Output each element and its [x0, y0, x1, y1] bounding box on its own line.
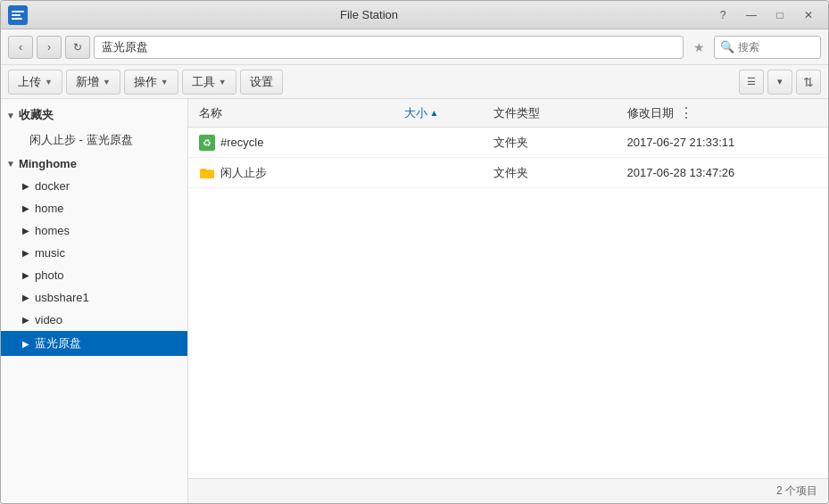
upload-button[interactable]: 上传 ▼: [8, 70, 62, 95]
back-button[interactable]: ‹: [8, 36, 33, 59]
name-column-header[interactable]: 名称: [192, 105, 397, 121]
new-dropdown-arrow: ▼: [103, 78, 111, 87]
favorite-label: 闲人止步 - 蓝光原盘: [29, 132, 133, 148]
forward-button[interactable]: ›: [37, 36, 62, 59]
video-expand-arrow: ▶: [22, 315, 29, 325]
tools-dropdown-arrow: ▼: [219, 78, 227, 87]
addressbar: ‹ › ↻ ★ 🔍: [1, 29, 828, 65]
collections-label: 收藏夹: [19, 107, 54, 123]
type-column-header[interactable]: 文件类型: [486, 105, 620, 121]
search-input[interactable]: [738, 41, 809, 54]
upload-dropdown-arrow: ▼: [45, 78, 53, 87]
minghome-label: Minghome: [19, 157, 77, 170]
tools-label: 工具: [192, 74, 215, 90]
svg-rect-1: [12, 11, 24, 12]
video-label: video: [35, 313, 62, 326]
settings-button[interactable]: 设置: [240, 70, 283, 95]
sidebar-item-photo[interactable]: ▶ photo: [1, 264, 187, 286]
sidebar-item-docker[interactable]: ▶ docker: [1, 175, 187, 197]
table-row[interactable]: 闲人止步 文件夹 2017-06-28 13:47:26: [188, 158, 828, 188]
file-name-cell: ♻ #recycle: [192, 135, 397, 151]
action-label: 操作: [134, 74, 157, 90]
file-station-window: File Station ? — □ ✕ ‹ › ↻ ★ 🔍 上传 ▼ 新增 ▼…: [0, 0, 829, 504]
file-name-cell: 闲人止步: [192, 165, 397, 181]
settings-label: 设置: [250, 74, 273, 90]
file-date-cell: 2017-06-27 21:33:11: [620, 136, 825, 149]
status-info: 2 个项目: [776, 483, 817, 499]
minghome-arrow: ▼: [6, 159, 15, 169]
list-view-button[interactable]: ☰: [739, 70, 764, 95]
homes-expand-arrow: ▶: [22, 226, 29, 235]
titlebar: File Station ? — □ ✕: [1, 1, 828, 29]
sort-button[interactable]: ⇅: [796, 70, 821, 95]
new-label: 新增: [76, 74, 99, 90]
svg-text:♻: ♻: [203, 137, 211, 148]
folder-name: 闲人止步: [220, 165, 267, 181]
minghome-section[interactable]: ▼ Minghome: [1, 153, 187, 175]
sidebar-item-home[interactable]: ▶ home: [1, 197, 187, 219]
sidebar-item-video[interactable]: ▶ video: [1, 309, 187, 331]
titlebar-controls: ? — □ ✕: [710, 3, 821, 28]
new-button[interactable]: 新增 ▼: [66, 70, 120, 95]
column-more-button[interactable]: ⋮: [676, 103, 696, 123]
action-dropdown-arrow: ▼: [161, 78, 169, 87]
statusbar: 2 个项目: [188, 478, 828, 503]
window-title: File Station: [28, 8, 710, 21]
file-area: 名称 大小 ▲ 文件类型 修改日期 ⋮: [188, 99, 828, 503]
help-button[interactable]: ?: [710, 3, 735, 28]
close-button[interactable]: ✕: [796, 3, 821, 28]
home-label: home: [35, 202, 64, 215]
file-list: ♻ #recycle 文件夹 2017-06-27 21:33:11: [188, 128, 828, 478]
sidebar-item-music[interactable]: ▶ music: [1, 242, 187, 264]
search-icon: 🔍: [720, 40, 734, 54]
homes-label: homes: [35, 224, 70, 237]
favorite-item[interactable]: 闲人止步 - 蓝光原盘: [1, 128, 187, 153]
view-options-button[interactable]: ▾: [767, 70, 792, 95]
file-type-cell: 文件夹: [486, 135, 620, 151]
sidebar-item-usbshare1[interactable]: ▶ usbshare1: [1, 286, 187, 309]
bluray-label: 蓝光原盘: [35, 335, 81, 351]
bookmark-button[interactable]: ★: [687, 36, 710, 59]
docker-label: docker: [35, 179, 70, 193]
sidebar: ▼ 收藏夹 闲人止步 - 蓝光原盘 ▼ Minghome ▶ docker ▶ …: [1, 99, 188, 503]
maximize-button[interactable]: □: [767, 3, 792, 28]
docker-expand-arrow: ▶: [22, 181, 29, 191]
date-column-header[interactable]: 修改日期 ⋮: [620, 103, 825, 123]
minimize-button[interactable]: —: [739, 3, 764, 28]
action-button[interactable]: 操作 ▼: [124, 70, 178, 95]
music-expand-arrow: ▶: [22, 248, 29, 258]
file-header: 名称 大小 ▲ 文件类型 修改日期 ⋮: [188, 99, 828, 128]
bluray-expand-arrow: ▶: [22, 339, 29, 349]
home-expand-arrow: ▶: [22, 203, 29, 213]
table-row[interactable]: ♻ #recycle 文件夹 2017-06-27 21:33:11: [188, 128, 828, 158]
collections-arrow: ▼: [6, 111, 15, 120]
file-type-cell: 文件夹: [486, 165, 620, 181]
address-input[interactable]: [94, 36, 684, 59]
main-area: ▼ 收藏夹 闲人止步 - 蓝光原盘 ▼ Minghome ▶ docker ▶ …: [1, 99, 828, 503]
svg-rect-3: [12, 18, 22, 20]
file-date-cell: 2017-06-28 13:47:26: [620, 166, 825, 179]
search-box: 🔍: [714, 36, 821, 59]
recycle-icon: ♻: [199, 135, 215, 151]
usbshare1-expand-arrow: ▶: [22, 293, 29, 302]
toolbar: 上传 ▼ 新增 ▼ 操作 ▼ 工具 ▼ 设置 ☰ ▾ ⇅: [1, 65, 828, 99]
sidebar-item-bluray[interactable]: ▶ 蓝光原盘: [1, 331, 187, 356]
recycle-name: #recycle: [220, 136, 263, 149]
app-logo-icon: [8, 5, 28, 25]
size-column-header[interactable]: 大小 ▲: [397, 105, 486, 121]
photo-label: photo: [35, 269, 64, 282]
collections-section[interactable]: ▼ 收藏夹: [1, 103, 187, 128]
folder-icon: [199, 165, 215, 181]
photo-expand-arrow: ▶: [22, 270, 29, 280]
music-label: music: [35, 246, 65, 260]
tools-button[interactable]: 工具 ▼: [182, 70, 236, 95]
usbshare1-label: usbshare1: [35, 291, 89, 304]
svg-rect-2: [12, 14, 21, 16]
refresh-button[interactable]: ↻: [65, 36, 90, 59]
upload-label: 上传: [18, 74, 41, 90]
sidebar-item-homes[interactable]: ▶ homes: [1, 219, 187, 242]
